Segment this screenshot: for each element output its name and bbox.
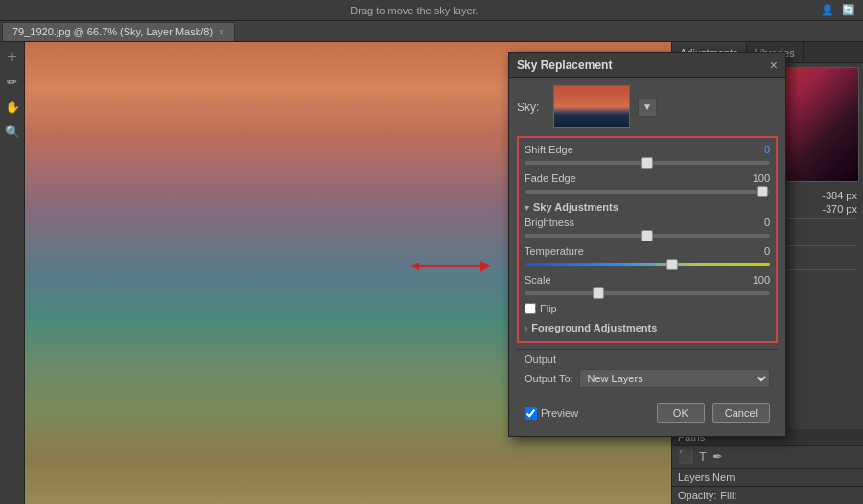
shift-edge-thumb[interactable] (641, 157, 653, 169)
brightness-row: Brightness 0 (525, 217, 770, 228)
preview-checkbox[interactable] (525, 407, 537, 420)
top-bar: Drag to move the sky layer. 👤 🔄 (0, 0, 863, 21)
fade-edge-label: Fade Edge (525, 172, 736, 184)
shift-edge-track[interactable] (525, 161, 770, 165)
scale-slider-row (525, 291, 770, 295)
brightness-track[interactable] (525, 234, 770, 238)
layers-label: Layers Nem (678, 471, 735, 483)
fade-edge-slider-row (525, 190, 770, 194)
preview-row: Preview (525, 407, 649, 420)
user-icon: 👤 (821, 4, 834, 16)
tab-bar: 79_1920.jpg @ 66.7% (Sky, Layer Mask/8) … (0, 21, 863, 42)
opacity-label: Opacity: (678, 490, 716, 501)
sky-label: Sky: (517, 101, 546, 114)
output-to-label: Output To: (525, 373, 573, 384)
temperature-track[interactable] (525, 263, 770, 266)
sky-selector-row: Sky: ▼ (517, 85, 778, 128)
fade-edge-thumb[interactable] (757, 186, 768, 197)
document-tab[interactable]: 79_1920.jpg @ 66.7% (Sky, Layer Mask/8) … (2, 22, 235, 41)
brightness-slider-row (525, 234, 770, 238)
fade-edge-track[interactable] (525, 190, 770, 194)
type-tool-icon[interactable]: T (699, 449, 707, 464)
output-label: Output (525, 354, 770, 365)
flip-label: Flip (540, 303, 557, 314)
dialog-title: Sky Replacement (517, 58, 612, 72)
zoom-icon: 🔍 (5, 125, 20, 139)
fill-label: Fill: (720, 490, 736, 501)
highlighted-controls-section: Shift Edge 0 Fade Edge 100 (517, 136, 778, 343)
sky-adjustments-title: Sky Adjustments (533, 201, 618, 213)
cancel-button[interactable]: Cancel (712, 403, 770, 423)
layers-row: Layers Nem (672, 469, 863, 487)
shift-edge-slider-row (525, 161, 770, 165)
scale-label: Scale (525, 274, 736, 286)
scale-row: Scale 100 (525, 274, 770, 286)
foreground-adjustments-title: Foreground Adjustments (531, 322, 657, 333)
temperature-value[interactable]: 0 (736, 245, 770, 257)
left-toolbar: ✛ ✏ ✋ 🔍 (0, 42, 25, 504)
hand-tool-button[interactable]: ✋ (2, 96, 23, 117)
shift-edge-row: Shift Edge 0 (525, 144, 770, 155)
opacity-row: Opacity: Fill: (672, 487, 863, 504)
output-to-row: Output To: New Layers Duplicate Layer Cu… (525, 369, 770, 388)
sky-adjustments-arrow: ▾ (525, 202, 529, 213)
tools-row: ⬛ T ✒ (672, 446, 863, 469)
sky-preview-thumbnail[interactable] (553, 85, 630, 128)
scale-thumb[interactable] (593, 287, 604, 299)
x-value: -384 px (822, 190, 857, 201)
fade-edge-row: Fade Edge 100 (525, 172, 770, 184)
dialog-close-button[interactable]: × (770, 58, 778, 72)
brush-tool-button[interactable]: ✏ (2, 71, 23, 92)
output-to-select[interactable]: New Layers Duplicate Layer Current Layer (579, 369, 770, 388)
zoom-tool-button[interactable]: 🔍 (2, 121, 23, 142)
dialog-title-bar: Sky Replacement × (509, 53, 785, 78)
shift-edge-value[interactable]: 0 (736, 144, 770, 155)
temperature-thumb[interactable] (666, 259, 678, 270)
brightness-value[interactable]: 0 (736, 217, 770, 228)
dialog-body: Sky: ▼ Shift Edge 0 (509, 78, 785, 436)
add-layer-icon[interactable]: ⬛ (678, 449, 693, 464)
tab-close-button[interactable]: × (219, 27, 224, 37)
foreground-arrow: › (525, 323, 527, 333)
sky-adjustments-header[interactable]: ▾ Sky Adjustments (525, 201, 770, 213)
hand-icon: ✋ (5, 100, 20, 114)
brush-icon: ✏ (7, 75, 17, 89)
y-value: -370 px (822, 203, 857, 215)
scale-value[interactable]: 100 (736, 274, 770, 286)
tab-label: 79_1920.jpg @ 66.7% (Sky, Layer Mask/8) (12, 26, 213, 37)
brightness-thumb[interactable] (641, 230, 653, 241)
ok-button[interactable]: OK (657, 403, 705, 423)
drag-hint: Drag to move the sky layer. (8, 5, 821, 16)
fade-edge-value[interactable]: 100 (736, 172, 770, 184)
output-section: Output Output To: New Layers Duplicate L… (517, 349, 778, 398)
flip-checkbox[interactable] (525, 303, 536, 314)
top-right-icons: 👤 🔄 (821, 4, 855, 16)
arrow-annotation (412, 257, 489, 270)
sky-dropdown-button[interactable]: ▼ (638, 98, 657, 117)
temperature-label: Temperature (525, 245, 736, 257)
brightness-label: Brightness (525, 217, 736, 228)
scale-track[interactable] (525, 291, 770, 295)
temperature-slider-row (525, 263, 770, 266)
main-content: ✛ ✏ ✋ 🔍 Sky Replacement × (0, 42, 863, 504)
arrow-line (412, 265, 489, 267)
dialog-footer: Preview OK Cancel (517, 398, 778, 428)
move-tool-button[interactable]: ✛ (2, 46, 23, 67)
shift-edge-label: Shift Edge (525, 144, 736, 155)
sky-replacement-dialog[interactable]: Sky Replacement × Sky: ▼ Shift Edge (508, 52, 786, 437)
foreground-adjustments-header[interactable]: › Foreground Adjustments (525, 318, 770, 335)
flip-checkbox-row: Flip (525, 303, 770, 314)
sync-icon: 🔄 (842, 4, 855, 16)
move-icon: ✛ (7, 50, 17, 64)
pen-tool-icon[interactable]: ✒ (712, 449, 723, 464)
preview-label: Preview (541, 407, 578, 419)
temperature-row: Temperature 0 (525, 245, 770, 257)
